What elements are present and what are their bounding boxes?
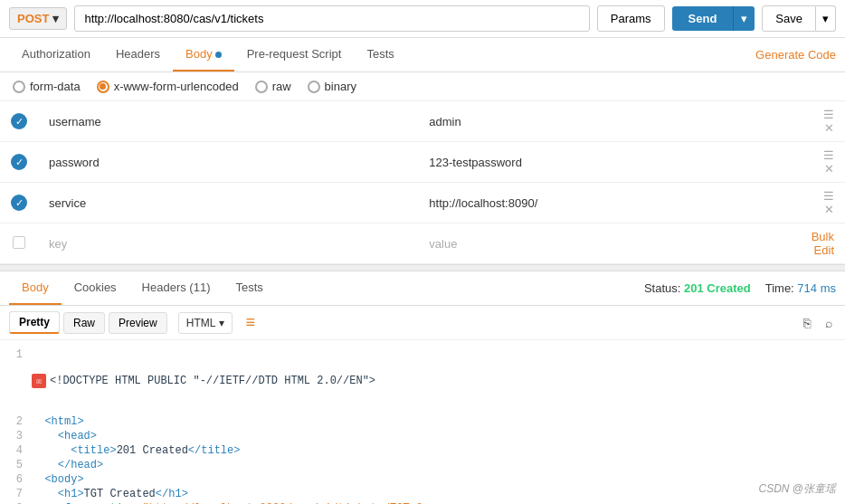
- line-content: </head>: [32, 459, 845, 471]
- save-button[interactable]: Save: [762, 5, 816, 32]
- method-label: POST: [17, 12, 49, 25]
- method-select[interactable]: POST ▾: [9, 7, 67, 30]
- menu-icon[interactable]: ☰: [823, 148, 834, 162]
- format-chevron: ▾: [219, 317, 224, 329]
- key-placeholder[interactable]: key: [38, 223, 418, 264]
- code-area[interactable]: 1 ☒<!DOCTYPE HTML PUBLIC "-//IETF//DTD H…: [0, 340, 845, 504]
- action-col: ☰ ✕: [795, 142, 845, 183]
- format-select[interactable]: HTML ▾: [178, 312, 233, 334]
- time-label: Time: 714 ms: [765, 281, 836, 295]
- res-tab-headers[interactable]: Headers (11): [129, 271, 223, 305]
- code-line-3: 3 <head>: [0, 429, 845, 443]
- value-cell[interactable]: http://localhost:8090/: [418, 183, 794, 223]
- res-tab-tests[interactable]: Tests: [223, 271, 275, 305]
- code-line-7: 7 <h1>TGT Created</h1>: [0, 487, 845, 501]
- view-pretty[interactable]: Pretty: [9, 311, 60, 334]
- params-button[interactable]: Params: [597, 5, 665, 32]
- check-icon: ✓: [11, 154, 27, 170]
- action-col: ☰ ✕: [795, 183, 845, 223]
- wrap-icon[interactable]: ≡: [245, 313, 255, 332]
- table-row: ✓ service http://localhost:8090/ ☰ ✕: [0, 183, 845, 223]
- line-content: <body>: [32, 473, 845, 486]
- key-cell[interactable]: username: [38, 101, 418, 142]
- time-value: 714 ms: [797, 281, 836, 295]
- res-tab-cookies[interactable]: Cookies: [62, 271, 129, 305]
- code-line-6: 6 <body>: [0, 472, 845, 487]
- tab-tests[interactable]: Tests: [354, 38, 406, 71]
- line-content: <html>: [32, 415, 845, 428]
- action-col: ☰ ✕: [795, 101, 845, 142]
- tab-body[interactable]: Body: [173, 38, 234, 71]
- value-cell[interactable]: 123-testpassword: [418, 142, 794, 183]
- response-tabs: Body Cookies Headers (11) Tests Status: …: [0, 271, 845, 306]
- line-content: <head>: [32, 430, 845, 442]
- value-placeholder[interactable]: value: [418, 223, 794, 264]
- bulk-edit-link[interactable]: Bulk Edit: [812, 230, 834, 257]
- label-urlencoded: x-www-form-urlencoded: [114, 80, 239, 93]
- code-line-5: 5 </head>: [0, 458, 845, 472]
- label-form-data: form-data: [30, 80, 81, 93]
- status-label: Status: 201 Created: [644, 281, 751, 295]
- line-number: 5: [0, 459, 32, 471]
- check-icon: ✓: [11, 195, 27, 211]
- table-row-placeholder: key value Bulk Edit: [0, 223, 845, 264]
- radio-form-data[interactable]: form-data: [13, 80, 81, 93]
- label-raw: raw: [272, 80, 291, 93]
- body-dot: [215, 52, 222, 58]
- status-value: 201 Created: [684, 281, 751, 295]
- line-number: 4: [0, 444, 32, 457]
- table-row: ✓ username admin ☰ ✕: [0, 101, 845, 142]
- format-label: HTML: [186, 317, 216, 329]
- section-divider: [0, 264, 845, 271]
- line-number: 2: [0, 415, 32, 428]
- key-cell[interactable]: password: [38, 142, 418, 183]
- save-dropdown[interactable]: ▾: [816, 5, 836, 32]
- view-raw[interactable]: Raw: [63, 312, 105, 334]
- search-button[interactable]: ⌕: [821, 314, 836, 332]
- key-cell[interactable]: service: [38, 183, 418, 223]
- top-bar: POST ▾ Params Send ▾ Save ▾: [0, 0, 845, 38]
- empty-checkbox: [13, 236, 25, 249]
- send-button[interactable]: Send: [672, 6, 734, 31]
- line-number: 7: [0, 488, 32, 500]
- save-group: Save ▾: [762, 5, 836, 32]
- copy-button[interactable]: ⎘: [800, 314, 814, 332]
- watermark: CSDN @张童瑶: [758, 481, 836, 497]
- tab-headers[interactable]: Headers: [103, 38, 173, 71]
- res-tab-body[interactable]: Body: [9, 271, 62, 305]
- menu-icon[interactable]: ☰: [823, 189, 834, 203]
- params-table: ✓ username admin ☰ ✕ ✓ password 123-test…: [0, 101, 845, 264]
- radio-urlencoded[interactable]: x-www-form-urlencoded: [97, 80, 239, 93]
- radio-binary[interactable]: binary: [308, 80, 356, 93]
- send-dropdown[interactable]: ▾: [733, 6, 755, 31]
- radio-circle-form-data: [13, 81, 25, 93]
- generate-code-link[interactable]: Generate Code: [755, 48, 836, 62]
- close-icon[interactable]: ✕: [824, 121, 834, 135]
- close-icon[interactable]: ✕: [824, 203, 834, 216]
- close-icon[interactable]: ✕: [824, 162, 834, 176]
- response-status: Status: 201 Created Time: 714 ms: [644, 281, 836, 295]
- radio-circle-binary: [308, 81, 320, 93]
- radio-circle-urlencoded: [97, 81, 109, 93]
- body-type-row: form-data x-www-form-urlencoded raw bina…: [0, 72, 845, 101]
- line-number: 3: [0, 430, 32, 442]
- code-line-2: 2 <html>: [0, 414, 845, 429]
- error-icon: ☒: [32, 374, 46, 388]
- send-group: Send ▾: [672, 6, 755, 31]
- value-cell[interactable]: admin: [418, 101, 794, 142]
- menu-icon[interactable]: ☰: [823, 108, 834, 121]
- label-binary: binary: [325, 80, 356, 93]
- tab-authorization[interactable]: Authorization: [9, 38, 103, 71]
- view-preview[interactable]: Preview: [109, 312, 167, 334]
- table-row: ✓ password 123-testpassword ☰ ✕: [0, 142, 845, 183]
- tab-prerequest[interactable]: Pre-request Script: [234, 38, 355, 71]
- response-toolbar: Pretty Raw Preview HTML ▾ ≡ ⎘ ⌕: [0, 306, 845, 340]
- code-line-4: 4 <title>201 Created</title>: [0, 443, 845, 458]
- line-content: <h1>TGT Created</h1>: [32, 488, 845, 500]
- line-content: <title>201 Created</title>: [32, 444, 845, 457]
- bulk-edit-cell: Bulk Edit: [795, 223, 845, 264]
- line-content: ☒<!DOCTYPE HTML PUBLIC "-//IETF//DTD HTM…: [32, 348, 845, 414]
- url-input[interactable]: [74, 5, 589, 32]
- radio-raw[interactable]: raw: [255, 80, 291, 93]
- code-line-1: 1 ☒<!DOCTYPE HTML PUBLIC "-//IETF//DTD H…: [0, 347, 845, 414]
